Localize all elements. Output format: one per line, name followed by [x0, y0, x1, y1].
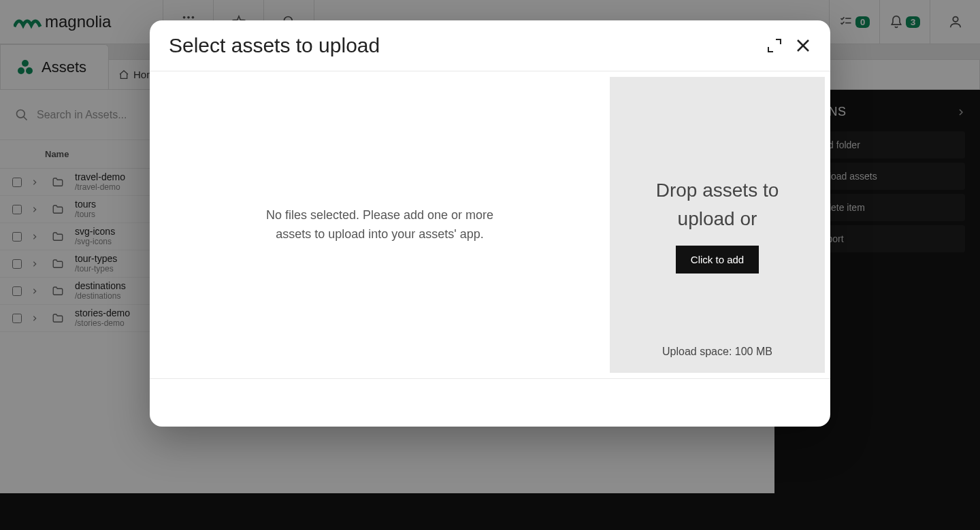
close-icon[interactable] [795, 37, 811, 54]
modal-title: Select assets to upload [169, 34, 766, 57]
modal-overlay: Select assets to upload No files selecte… [0, 0, 980, 530]
modal-left: No files selected. Please add one or mor… [150, 77, 610, 373]
modal-footer [150, 379, 830, 427]
upload-modal: Select assets to upload No files selecte… [150, 20, 830, 427]
drop-text: Drop assets to upload or [630, 176, 804, 233]
drop-zone[interactable]: Drop assets to upload or Click to add Up… [610, 77, 825, 373]
modal-header: Select assets to upload [150, 20, 830, 71]
modal-body: No files selected. Please add one or mor… [150, 71, 830, 379]
no-files-message: No files selected. Please add one or mor… [250, 206, 509, 244]
click-to-add-button[interactable]: Click to add [676, 246, 759, 274]
expand-icon[interactable] [766, 37, 783, 54]
upload-space-label: Upload space: 100 MB [610, 346, 825, 358]
